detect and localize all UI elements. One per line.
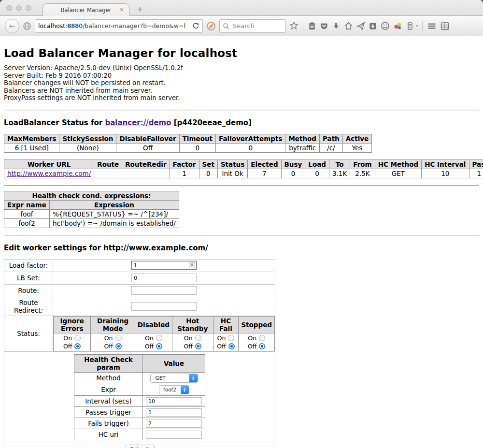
- hc-passes-input[interactable]: [146, 408, 202, 417]
- cell-hc-interval: 10: [422, 169, 469, 178]
- col-stickysession: StickySession: [59, 134, 116, 143]
- status-cell: Ignore Errors Draining Mode Disabled Hot…: [53, 316, 275, 351]
- pocket-icon: [320, 22, 328, 30]
- downloads-button[interactable]: [332, 22, 341, 30]
- hc-fail-off-radio[interactable]: [228, 343, 235, 349]
- zoom-window-button[interactable]: [26, 5, 31, 11]
- hc-fails-row: Fails trigger): [74, 418, 205, 429]
- back-button[interactable]: ←: [5, 19, 19, 33]
- cell-stickysession: (None): [59, 143, 116, 152]
- disabled-on-radio[interactable]: [156, 335, 162, 341]
- lb-set-row: LB Set:: [4, 272, 275, 284]
- extension-colored-dots-button[interactable]: [393, 21, 402, 30]
- on-label: On: [104, 334, 113, 342]
- page-title: Load Balancer Manager for localhost: [4, 47, 479, 59]
- feedback-button[interactable]: [381, 21, 390, 30]
- col-factor: Factor: [170, 159, 199, 169]
- stopped-off-radio[interactable]: [259, 343, 265, 349]
- worker-url-link[interactable]: http://www.example.com/: [7, 170, 91, 177]
- reading-list-button[interactable]: [308, 22, 316, 30]
- col-busy: Busy: [281, 159, 305, 169]
- loadbalancer-status-heading: LoadBalancer Status for balancer://demo …: [4, 118, 479, 127]
- new-tab-button[interactable]: +: [137, 4, 143, 14]
- stopped-on-radio[interactable]: [259, 335, 265, 341]
- tab-title: Balancer Manager: [61, 7, 112, 14]
- pocket-button[interactable]: [320, 22, 328, 30]
- disabled-off-radio[interactable]: [156, 343, 162, 349]
- load-factor-input[interactable]: [131, 261, 197, 270]
- route-input[interactable]: [131, 286, 197, 295]
- close-window-button[interactable]: [6, 5, 12, 11]
- col-hc-interval: HC Interval: [422, 159, 469, 169]
- col-hc-param: Health Check param: [74, 354, 143, 372]
- expr-select[interactable]: foof2 ▲▼: [159, 385, 189, 394]
- col-active: Active: [342, 134, 372, 143]
- route-redirect-label: Route Redirect:: [4, 297, 53, 316]
- smiley-icon: [381, 21, 390, 30]
- hc-header-row: Health Check param Value: [74, 354, 205, 372]
- hc-expr-cell: foof2 ▲▼: [143, 384, 205, 395]
- window-controls[interactable]: [6, 5, 31, 11]
- save-to-device-button[interactable]: [369, 22, 377, 30]
- search-bar[interactable]: [219, 19, 286, 33]
- tab-balancer-manager[interactable]: Balancer Manager ×: [43, 3, 129, 16]
- status-row: Status: Ignore Errors Draining Mode Disa…: [4, 316, 275, 351]
- reload-icon[interactable]: [192, 22, 199, 29]
- balancer-header-row: MaxMembers StickySession DisableFailover…: [4, 134, 372, 143]
- url-text[interactable]: localhost:8880/balancer-manager?b=demo&w…: [38, 22, 186, 29]
- hot-standby-on-radio[interactable]: [195, 335, 201, 341]
- route-redirect-input[interactable]: [131, 302, 197, 311]
- menu-button[interactable]: [427, 21, 437, 31]
- site-identity-button[interactable]: [23, 22, 31, 30]
- inherit-note-line: Balancers are NOT inherited from main se…: [4, 87, 479, 95]
- col-status: Status: [217, 159, 247, 169]
- draining-mode-on-radio[interactable]: [115, 335, 122, 341]
- balancer-demo-link[interactable]: balancer://demo: [105, 118, 171, 127]
- divider-2: [4, 185, 479, 186]
- number-spinner-icon[interactable]: ▲▼: [189, 262, 195, 268]
- hc-expr-row: Expr foof2 ▲▼: [74, 384, 205, 395]
- submit-button[interactable]: Submit: [125, 445, 154, 448]
- lb-set-input[interactable]: [131, 274, 197, 282]
- persist-note-line: Balancer changes will NOT be persisted o…: [4, 79, 479, 87]
- tab-close-icon[interactable]: ×: [119, 6, 124, 13]
- ignore-errors-on-radio[interactable]: [74, 335, 81, 341]
- method-select[interactable]: GET ▲▼: [150, 374, 198, 383]
- hc-expr-label: Expr: [74, 384, 143, 395]
- cell-route: [94, 169, 122, 178]
- ignore-errors-off-radio[interactable]: [74, 343, 81, 349]
- cell-path: /c/: [320, 143, 343, 152]
- col-load: Load: [305, 159, 329, 169]
- plugin-blocked-button[interactable]: [206, 21, 216, 31]
- hc-interval-cell: [143, 395, 205, 406]
- col-to: To: [329, 159, 350, 169]
- cell-expression-foof: %{REQUEST_STATUS} =~ /^[234]/: [49, 209, 179, 218]
- divider-3: [4, 235, 479, 236]
- col-maxmembers: MaxMembers: [4, 134, 59, 143]
- hc-uri-input[interactable]: [146, 431, 202, 439]
- home-button[interactable]: [344, 21, 353, 30]
- chevron-down-icon[interactable]: ▾: [416, 24, 418, 28]
- search-icon: [223, 23, 229, 29]
- tab-groups-button[interactable]: [440, 21, 450, 31]
- col-hot-standby: Hot Standby: [172, 316, 213, 333]
- col-expression: Expression: [49, 200, 179, 209]
- browser-titlebar: Balancer Manager × +: [0, 0, 483, 16]
- device-sync-button[interactable]: [406, 22, 414, 30]
- health-check-row: Health Check param Value Method GET ▲▼: [4, 351, 275, 443]
- url-bar[interactable]: localhost:8880/balancer-manager?b=demo&w…: [35, 19, 203, 33]
- cell-set: 0: [199, 169, 217, 178]
- off-label: Off: [145, 343, 154, 350]
- send-tab-button[interactable]: [356, 22, 365, 30]
- hc-interval-input[interactable]: [146, 397, 202, 405]
- bookmark-star-button[interactable]: [289, 21, 298, 30]
- hc-uri-cell: [143, 429, 205, 440]
- hc-fail-on-radio[interactable]: [228, 335, 234, 341]
- search-input[interactable]: [232, 22, 275, 30]
- hc-fails-input[interactable]: [146, 419, 202, 428]
- hot-standby-off-radio[interactable]: [195, 343, 201, 349]
- draining-mode-off-radio[interactable]: [115, 343, 122, 349]
- home-icon: [344, 21, 353, 30]
- minimize-window-button[interactable]: [16, 5, 22, 11]
- lb-set-cell: [53, 272, 275, 284]
